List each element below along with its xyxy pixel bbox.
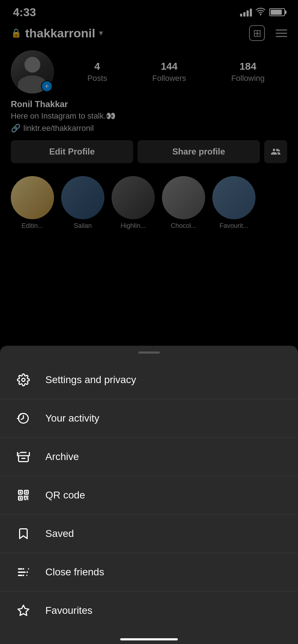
bottom-sheet: Settings and privacy Your activity Archi…: [0, 346, 298, 644]
svg-marker-25: [18, 605, 29, 616]
favourites-label: Favourites: [45, 605, 92, 616]
highlight-item[interactable]: Editin...: [11, 176, 54, 230]
highlight-label: Favourit...: [220, 222, 248, 230]
highlight-item[interactable]: Sailan: [61, 176, 104, 230]
add-story-button[interactable]: +: [41, 80, 53, 92]
activity-icon: [14, 409, 32, 427]
menu-item-settings[interactable]: Settings and privacy: [0, 361, 298, 399]
highlight-label: Editin...: [22, 222, 43, 230]
menu-item-qrcode[interactable]: QR code: [0, 476, 298, 515]
highlight-label: Chocol...: [171, 222, 196, 230]
bio-text: Here on Instagram to stalk.👀: [11, 111, 287, 121]
archive-icon: [14, 448, 32, 466]
svg-point-1: [22, 378, 25, 382]
dropdown-arrow-icon: ▾: [99, 28, 103, 38]
edit-profile-button[interactable]: Edit Profile: [11, 140, 133, 163]
highlight-circle: [11, 176, 54, 219]
username-area[interactable]: 🔒 thakkarronil ▾: [11, 26, 103, 40]
username-label: thakkarronil: [25, 26, 95, 40]
menu-item-closefriends[interactable]: ✦ ✦ Close friends: [0, 553, 298, 592]
stat-followers[interactable]: 144 Followers: [152, 61, 186, 83]
add-person-button[interactable]: [264, 140, 287, 163]
highlight-label: Sailan: [74, 222, 92, 230]
status-time: 4:33: [13, 6, 36, 19]
add-post-button[interactable]: ⊞: [249, 25, 265, 41]
header-actions: ⊞: [249, 25, 287, 41]
followers-count: 144: [161, 61, 178, 72]
stats-area: 4 Posts 144 Followers 184 Following: [65, 61, 287, 83]
posts-count: 4: [94, 61, 100, 72]
menu-item-archive[interactable]: Archive: [0, 438, 298, 476]
qrcode-label: QR code: [45, 489, 85, 501]
highlight-item[interactable]: Highlin...: [112, 176, 155, 230]
stat-following[interactable]: 184 Following: [231, 61, 265, 83]
highlights-section: Editin... Sailan Highlin... Chocol... Fa…: [0, 169, 298, 237]
svg-text:✦: ✦: [26, 574, 28, 577]
bio-link[interactable]: 🔗 linktr.ee/thakkarronil: [11, 124, 287, 133]
favourites-icon: [14, 602, 32, 620]
activity-label: Your activity: [45, 413, 99, 424]
link-url: linktr.ee/thakkarronil: [23, 124, 94, 133]
menu-item-favourites[interactable]: Favourites: [0, 592, 298, 630]
settings-icon: [14, 371, 32, 389]
link-icon: 🔗: [11, 124, 21, 133]
svg-point-21: [26, 571, 28, 573]
highlight-circle: [112, 176, 155, 219]
hamburger-line: [276, 33, 287, 34]
action-buttons: Edit Profile Share profile: [11, 140, 287, 163]
archive-label: Archive: [45, 451, 79, 463]
avatar-wrapper[interactable]: +: [11, 50, 54, 93]
hamburger-line: [276, 36, 287, 37]
svg-point-22: [23, 575, 24, 576]
highlight-circle: [212, 176, 256, 219]
wifi-icon: [256, 6, 266, 18]
sheet-handle: [138, 351, 160, 354]
home-indicator: [120, 638, 178, 640]
following-label: Following: [231, 74, 265, 83]
stat-posts[interactable]: 4 Posts: [87, 61, 107, 83]
profile-section: + 4 Posts 144 Followers 184 Following Ro…: [0, 45, 298, 169]
status-icons: [240, 6, 285, 18]
signal-icon: [240, 8, 252, 17]
posts-label: Posts: [87, 74, 107, 83]
closefriends-icon: ✦ ✦: [14, 563, 32, 581]
battery-icon: [269, 8, 285, 16]
menu-item-saved[interactable]: Saved: [0, 515, 298, 553]
profile-top: + 4 Posts 144 Followers 184 Following: [11, 50, 287, 93]
display-name: Ronil Thakkar: [11, 99, 287, 109]
closefriends-label: Close friends: [45, 566, 104, 578]
qrcode-icon: [14, 486, 32, 504]
settings-label: Settings and privacy: [45, 374, 136, 386]
svg-rect-9: [20, 497, 22, 499]
highlight-item[interactable]: Chocol...: [162, 176, 205, 230]
highlight-circle: [61, 176, 104, 219]
followers-label: Followers: [152, 74, 186, 83]
hamburger-line: [276, 29, 287, 31]
svg-point-0: [260, 14, 261, 15]
highlight-item[interactable]: Favourit...: [212, 176, 256, 230]
app-header: 🔒 thakkarronil ▾ ⊞: [0, 22, 298, 45]
following-count: 184: [240, 61, 257, 72]
svg-rect-7: [20, 492, 22, 493]
status-bar: 4:33: [0, 0, 298, 22]
menu-item-activity[interactable]: Your activity: [0, 399, 298, 438]
lock-icon: 🔒: [11, 28, 22, 38]
bio-section: Ronil Thakkar Here on Instagram to stalk…: [11, 99, 287, 133]
highlight-label: Highlin...: [121, 222, 146, 230]
share-profile-button[interactable]: Share profile: [137, 140, 260, 163]
saved-label: Saved: [45, 528, 74, 539]
saved-icon: [14, 525, 32, 543]
menu-button[interactable]: [276, 29, 287, 37]
svg-text:✦: ✦: [27, 567, 30, 571]
highlight-circle: [162, 176, 205, 219]
svg-rect-8: [26, 492, 27, 493]
svg-point-20: [23, 568, 24, 570]
